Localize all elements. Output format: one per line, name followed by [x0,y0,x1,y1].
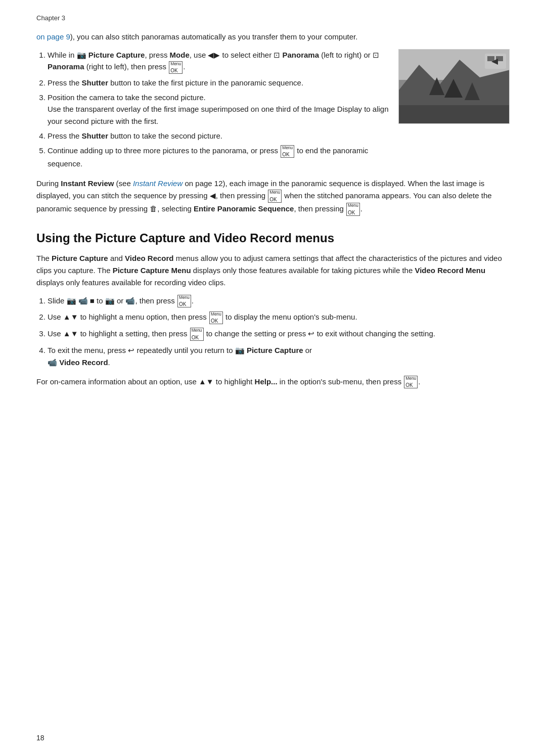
step4-vr: Video Record [59,358,108,367]
si-bold2: Video Record [125,254,173,262]
intro-text: ), you can also stitch panoramas automat… [70,32,358,41]
menu-ok-s2-3: MenuOK [190,328,204,340]
steps-with-image: While in 📷 Picture Capture, press Mode, … [36,49,510,174]
panorama-svg [399,50,510,124]
ir-bold2: Entire Panoramic Sequence [194,204,294,213]
menu-ok-ir2: MenuOK [346,203,360,215]
step1-bold3: Panorama [283,51,320,59]
intro-paragraph: on page 9), you can also stitch panorama… [36,31,510,43]
step2-2: Use ▲▼ to highlight a menu option, then … [48,311,510,324]
step-3: Position the camera to take the second p… [48,92,389,127]
instant-review-para: During Instant Review (see Instant Revie… [36,177,510,215]
si-bold3: Picture Capture Menu [113,266,191,275]
section-heading: Using the Picture Capture and Video Reco… [36,231,510,245]
page-link[interactable]: on page 9 [36,32,70,41]
menu-ok-s2-2: MenuOK [209,312,223,324]
svg-rect-3 [399,105,510,124]
step2-1: Slide 📷 📹 ■ to 📷 or 📹, then press MenuOK… [48,295,510,308]
steps-list-2: Slide 📷 📹 ■ to 📷 or 📹, then press MenuOK… [48,295,510,369]
step2-3: Use ▲▼ to highlight a setting, then pres… [48,328,510,341]
section-intro-para: The Picture Capture and Video Record men… [36,252,510,289]
menu-ok-2: MenuOK [281,145,294,158]
step2-4: To exit the menu, press ↩ repeatedly unt… [48,344,510,369]
step2-shutter: Shutter [82,78,109,87]
step-1: While in 📷 Picture Capture, press Mode, … [48,49,389,74]
menu-ok-fp: MenuOK [404,376,418,388]
ir-bold1: Instant Review [61,179,114,188]
step1-bold1: 📷 Picture Capture [77,51,145,59]
page-container: Chapter 3 on page 9), you can also stitc… [0,0,546,756]
footer-para: For on-camera information about an optio… [36,376,510,389]
chapter-label: Chapter 3 [36,14,510,22]
menu-ok-s2-1: MenuOK [177,295,191,307]
image-column [398,49,510,174]
page-number: 18 [36,734,44,742]
step4-shutter: Shutter [82,131,109,140]
menu-ok-1: MenuOK [169,61,183,74]
panorama-image [398,49,510,124]
si-bold4: Video Record Menu [415,266,485,275]
fp-bold: Help... [255,377,278,386]
menu-ok-ir: MenuOK [268,190,282,202]
si-bold1: Picture Capture [52,254,108,262]
step-4: Press the Shutter button to take the sec… [48,130,389,142]
step-2: Press the Shutter button to take the fir… [48,77,389,88]
svg-rect-8 [487,56,494,61]
steps-list-1: While in 📷 Picture Capture, press Mode, … [48,49,389,169]
step1-bold2: Mode [170,51,190,59]
steps-text-column: While in 📷 Picture Capture, press Mode, … [36,49,389,174]
step1-bold4: Panorama [48,62,84,71]
step-5: Continue adding up to three more picture… [48,145,389,169]
step4-pc: Picture Capture [247,346,303,354]
ir-link[interactable]: Instant Review [133,179,183,188]
